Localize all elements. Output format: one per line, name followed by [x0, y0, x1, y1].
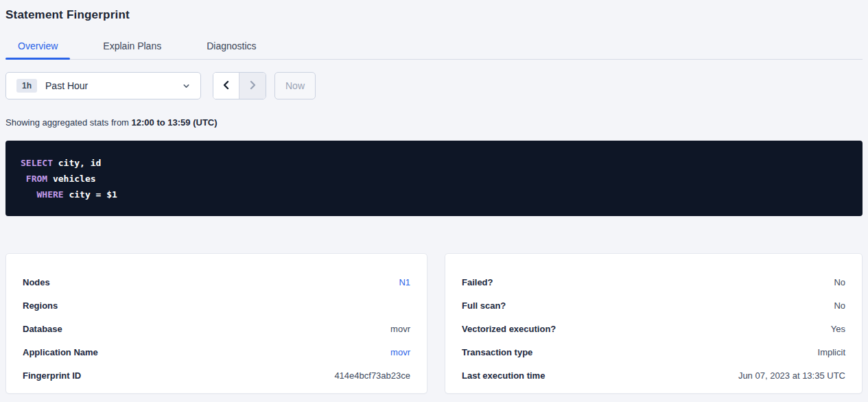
- regions-label: Regions: [23, 300, 58, 311]
- last-execution-time-value: Jun 07, 2023 at 13:35 UTC: [738, 370, 845, 381]
- previous-time-button[interactable]: [213, 73, 239, 99]
- detail-row-nodes: Nodes N1: [23, 270, 410, 294]
- sql-line: WHERE city = $1: [21, 189, 117, 200]
- statement-fingerprint-page: Statement Fingerprint Overview Explain P…: [0, 0, 868, 394]
- database-label: Database: [23, 324, 62, 334]
- detail-row-full-scan: Full scan? No: [462, 294, 845, 317]
- nodes-label: Nodes: [23, 277, 50, 287]
- database-value: movr: [390, 324, 410, 334]
- detail-cards: Nodes N1 Regions Database movr Applicati…: [5, 253, 863, 394]
- vectorized-execution-value: Yes: [831, 324, 845, 334]
- tab-diagnostics[interactable]: Diagnostics: [194, 32, 268, 59]
- vectorized-execution-label: Vectorized execution?: [462, 324, 556, 334]
- full-scan-label: Full scan?: [462, 300, 506, 311]
- chevron-left-icon: [221, 80, 232, 93]
- application-name-value-link[interactable]: movr: [390, 347, 410, 357]
- sql-statement: SELECT city, id FROM vehicles WHERE city…: [21, 155, 847, 202]
- time-controls: 1h Past Hour Now: [5, 72, 863, 99]
- sql-line: FROM vehicles: [21, 174, 96, 184]
- page-title: Statement Fingerprint: [5, 8, 863, 22]
- application-name-label: Application Name: [23, 347, 98, 357]
- nodes-value-link[interactable]: N1: [399, 277, 410, 287]
- sql-keyword: WHERE: [36, 189, 63, 200]
- next-time-button[interactable]: [239, 73, 266, 99]
- detail-row-regions: Regions: [23, 294, 410, 317]
- execution-attributes-card: Failed? No Full scan? No Vectorized exec…: [445, 253, 863, 394]
- transaction-type-label: Transaction type: [462, 347, 532, 357]
- detail-row-failed: Failed? No: [462, 270, 845, 294]
- sql-keyword: SELECT: [21, 158, 53, 168]
- statement-attributes-card: Nodes N1 Regions Database movr Applicati…: [5, 253, 427, 394]
- transaction-type-value: Implicit: [818, 347, 845, 357]
- tab-bar: Overview Explain Plans Diagnostics: [5, 32, 863, 60]
- detail-row-application-name: Application Name movr: [23, 340, 410, 364]
- aggregated-stats-caption: Showing aggregated stats from 12:00 to 1…: [5, 117, 863, 128]
- time-step-button-group: [213, 72, 266, 99]
- failed-label: Failed?: [462, 277, 493, 287]
- detail-row-transaction-type: Transaction type Implicit: [462, 340, 845, 364]
- full-scan-value: No: [834, 300, 845, 311]
- time-range-selected-label: Past Hour: [45, 80, 88, 91]
- sql-line: SELECT city, id: [21, 158, 101, 168]
- tab-overview[interactable]: Overview: [5, 32, 70, 59]
- chevron-right-icon: [247, 80, 258, 93]
- last-execution-time-label: Last execution time: [462, 370, 545, 381]
- time-range-dropdown[interactable]: 1h Past Hour: [5, 72, 201, 99]
- chevron-down-icon: [182, 82, 191, 91]
- detail-row-fingerprint-id: Fingerprint ID 414e4bcf73ab23ce: [23, 364, 410, 387]
- tab-explain-plans[interactable]: Explain Plans: [91, 32, 174, 59]
- detail-row-vectorized-execution: Vectorized execution? Yes: [462, 317, 845, 340]
- detail-row-last-execution-time: Last execution time Jun 07, 2023 at 13:3…: [462, 364, 845, 387]
- failed-value: No: [834, 277, 845, 287]
- time-range-badge: 1h: [16, 79, 37, 93]
- fingerprint-id-value: 414e4bcf73ab23ce: [334, 370, 410, 381]
- stats-time-range: 12:00 to 13:59 (UTC): [132, 117, 218, 128]
- fingerprint-id-label: Fingerprint ID: [23, 370, 81, 381]
- stats-caption-prefix: Showing aggregated stats from: [5, 117, 132, 128]
- now-button[interactable]: Now: [274, 72, 316, 99]
- detail-row-database: Database movr: [23, 317, 410, 340]
- sql-statement-box: SELECT city, id FROM vehicles WHERE city…: [5, 141, 863, 216]
- sql-keyword: FROM: [26, 174, 47, 184]
